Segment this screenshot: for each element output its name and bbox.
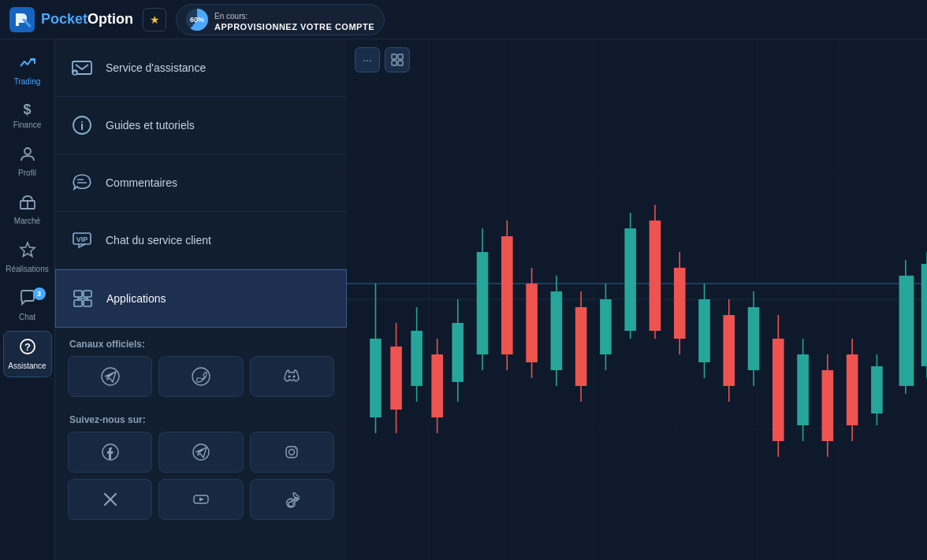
logo-text: PocketOption: [41, 11, 133, 28]
sidebar-label-trading: Trading: [14, 77, 41, 86]
sidebar-item-finance[interactable]: $ Finance: [3, 95, 52, 135]
svg-rect-15: [74, 300, 82, 306]
chart-toolbar: ···: [355, 47, 410, 72]
sidebar-item-marche[interactable]: Marché: [3, 187, 52, 232]
sidebar-label-assistance: Assistance: [8, 362, 46, 370]
telegram-official-button[interactable]: [68, 356, 152, 397]
chat-service-icon: VIP: [69, 228, 95, 253]
promo-badge[interactable]: 60% En cours: APPROVISIONNEZ VOTRE COMPT…: [176, 4, 385, 35]
svg-marker-30: [199, 498, 204, 502]
svg-rect-33: [392, 61, 396, 65]
menu-label-applications: Applications: [106, 292, 166, 305]
promo-circle: 60%: [186, 9, 208, 31]
guides-icon: i: [69, 113, 95, 138]
svg-rect-58: [501, 236, 513, 354]
svg-rect-52: [431, 354, 443, 417]
svg-point-20: [102, 368, 119, 385]
svg-rect-46: [370, 339, 382, 417]
tiktok-button[interactable]: [250, 479, 334, 520]
svg-rect-92: [921, 264, 927, 366]
sidebar-item-chat[interactable]: 3 Chat: [3, 283, 52, 328]
grid-button[interactable]: [385, 47, 410, 72]
svg-rect-62: [551, 291, 563, 370]
svg-rect-64: [575, 307, 587, 386]
svg-text:i: i: [80, 119, 84, 132]
favorite-button[interactable]: ★: [143, 8, 166, 32]
trading-icon: [19, 54, 36, 75]
sidebar-label-realisations: Réalisations: [6, 265, 48, 273]
svg-rect-66: [600, 299, 612, 354]
svg-rect-78: [748, 307, 760, 370]
svg-text:?: ?: [24, 341, 31, 353]
menu-label-chat-service: Chat du service client: [106, 234, 211, 247]
menu-label-guides: Guides et tutoriels: [106, 119, 195, 132]
svg-point-21: [192, 368, 210, 385]
svg-rect-90: [899, 276, 914, 386]
svg-rect-13: [74, 291, 82, 297]
svg-rect-86: [847, 354, 858, 425]
sidebar: Trading $ Finance Profil: [0, 39, 55, 560]
svg-rect-80: [772, 339, 784, 441]
svg-rect-16: [84, 300, 91, 306]
sidebar-item-realisations[interactable]: Réalisations: [3, 235, 52, 280]
svg-point-27: [289, 450, 295, 455]
sidebar-item-assistance[interactable]: ? Assistance: [3, 331, 52, 377]
canaux-label: Canaux officiels:: [55, 328, 347, 356]
service-icon: [69, 55, 95, 80]
svg-rect-88: [871, 366, 883, 414]
svg-rect-70: [650, 221, 661, 331]
promo-text: En cours: APPROVISIONNEZ VOTRE COMPTE: [214, 8, 374, 32]
svg-rect-48: [390, 347, 402, 410]
menu-item-commentaires[interactable]: Commentaires: [55, 154, 347, 212]
sidebar-item-trading[interactable]: Trading: [3, 47, 52, 92]
sidebar-label-profil: Profil: [18, 169, 36, 177]
logo-area: PocketOption: [9, 7, 133, 32]
svg-rect-54: [452, 323, 464, 382]
svg-point-22: [289, 376, 291, 378]
whatsapp-button[interactable]: [158, 356, 243, 397]
suivez-label: Suivez-nous sur:: [55, 403, 347, 432]
telegram-social-button[interactable]: [158, 432, 243, 473]
svg-rect-68: [624, 228, 636, 331]
more-button[interactable]: ···: [355, 47, 380, 72]
menu-item-chat-service[interactable]: VIP Chat du service client: [55, 212, 347, 269]
middle-panel: Service d'assistance i Guides et tutorie…: [55, 39, 347, 560]
instagram-button[interactable]: [250, 432, 334, 473]
logo-icon: [9, 7, 35, 32]
candlestick-chart: [347, 39, 927, 560]
svg-rect-60: [526, 284, 538, 362]
profil-icon: [19, 145, 36, 166]
menu-item-applications[interactable]: Applications: [55, 269, 347, 328]
svg-rect-32: [398, 54, 403, 59]
discord-button[interactable]: [250, 356, 334, 397]
svg-marker-4: [20, 243, 35, 257]
facebook-button[interactable]: [68, 432, 152, 473]
social-grid: [55, 432, 347, 520]
svg-rect-56: [477, 252, 489, 354]
menu-item-service[interactable]: Service d'assistance: [55, 39, 347, 97]
chat-badge: 3: [33, 287, 46, 300]
svg-rect-74: [698, 299, 710, 362]
assistance-icon: ?: [19, 338, 36, 359]
svg-text:VIP: VIP: [76, 235, 88, 243]
sidebar-label-marche: Marché: [14, 217, 40, 225]
svg-rect-72: [674, 268, 686, 339]
svg-rect-34: [398, 61, 403, 65]
finance-icon: $: [23, 102, 31, 118]
chart-area: ···: [347, 39, 927, 560]
main-area: Trading $ Finance Profil: [0, 39, 927, 560]
canaux-grid: [55, 356, 347, 397]
svg-rect-31: [392, 54, 396, 59]
youtube-button[interactable]: [158, 479, 243, 520]
sidebar-label-finance: Finance: [13, 121, 42, 129]
commentaires-icon: [69, 170, 95, 195]
sidebar-label-chat: Chat: [19, 313, 35, 321]
svg-rect-76: [723, 315, 735, 386]
menu-item-guides[interactable]: i Guides et tutoriels: [55, 97, 347, 154]
menu-label-commentaires: Commentaires: [106, 176, 177, 189]
twitter-button[interactable]: [68, 479, 152, 520]
svg-rect-84: [822, 370, 834, 441]
applications-icon: [70, 286, 95, 311]
sidebar-item-profil[interactable]: Profil: [3, 139, 52, 184]
svg-point-1: [24, 148, 31, 154]
